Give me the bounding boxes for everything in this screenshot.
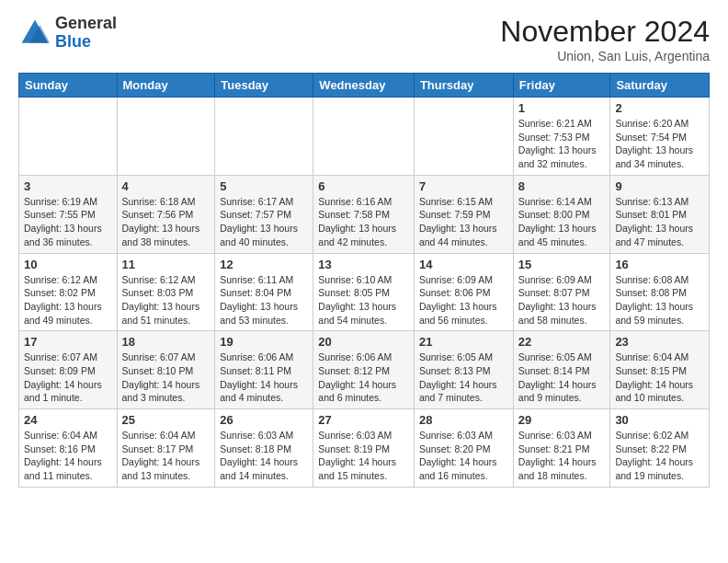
calendar-table: Sunday Monday Tuesday Wednesday Thursday… (18, 73, 710, 488)
week-row-4: 17Sunrise: 6:07 AM Sunset: 8:09 PM Dayli… (19, 331, 710, 409)
day-info-21: Sunrise: 6:05 AM Sunset: 8:13 PM Dayligh… (419, 350, 508, 405)
day-info-3: Sunrise: 6:19 AM Sunset: 7:55 PM Dayligh… (24, 195, 112, 249)
day-cell-1-2: 5Sunrise: 6:17 AM Sunset: 7:57 PM Daylig… (215, 175, 313, 253)
day-cell-0-3 (313, 98, 415, 176)
day-cell-0-1 (117, 98, 215, 176)
day-number-6: 6 (318, 179, 409, 193)
day-number-2: 2 (615, 101, 704, 115)
day-number-20: 20 (318, 335, 409, 349)
day-number-1: 1 (518, 101, 606, 115)
day-cell-4-1: 25Sunrise: 6:04 AM Sunset: 8:17 PM Dayli… (117, 409, 215, 488)
day-number-29: 29 (518, 413, 606, 427)
day-number-30: 30 (615, 413, 704, 427)
day-cell-4-4: 28Sunrise: 6:03 AM Sunset: 8:20 PM Dayli… (414, 409, 513, 488)
day-cell-3-6: 23Sunrise: 6:04 AM Sunset: 8:15 PM Dayli… (610, 331, 710, 409)
day-cell-1-0: 3Sunrise: 6:19 AM Sunset: 7:55 PM Daylig… (19, 175, 118, 253)
day-number-16: 16 (615, 258, 704, 271)
day-cell-0-4 (414, 98, 513, 176)
col-friday: Friday (513, 74, 610, 98)
day-number-13: 13 (318, 258, 409, 271)
day-info-2: Sunrise: 6:20 AM Sunset: 7:54 PM Dayligh… (615, 117, 704, 171)
day-cell-1-6: 9Sunrise: 6:13 AM Sunset: 8:01 PM Daylig… (610, 175, 710, 253)
day-cell-0-0 (19, 98, 118, 176)
day-cell-3-2: 19Sunrise: 6:06 AM Sunset: 8:11 PM Dayli… (215, 331, 313, 409)
day-cell-1-5: 8Sunrise: 6:14 AM Sunset: 8:00 PM Daylig… (513, 175, 610, 253)
logo-text: General Blue (55, 15, 117, 52)
day-number-11: 11 (122, 258, 210, 271)
location-subtitle: Union, San Luis, Argentina (500, 49, 710, 63)
day-info-6: Sunrise: 6:16 AM Sunset: 7:58 PM Dayligh… (318, 195, 409, 249)
day-info-8: Sunrise: 6:14 AM Sunset: 8:00 PM Dayligh… (518, 195, 606, 249)
logo-blue: Blue (55, 32, 91, 51)
col-wednesday: Wednesday (313, 74, 415, 98)
day-info-10: Sunrise: 6:12 AM Sunset: 8:02 PM Dayligh… (24, 273, 112, 327)
day-number-15: 15 (518, 258, 606, 271)
day-cell-4-2: 26Sunrise: 6:03 AM Sunset: 8:18 PM Dayli… (215, 409, 313, 488)
day-number-27: 27 (318, 413, 409, 427)
logo-general: General (55, 14, 117, 32)
day-cell-2-2: 12Sunrise: 6:11 AM Sunset: 8:04 PM Dayli… (215, 253, 313, 331)
col-monday: Monday (117, 74, 215, 98)
day-cell-3-3: 20Sunrise: 6:06 AM Sunset: 8:12 PM Dayli… (313, 331, 415, 409)
col-thursday: Thursday (414, 74, 513, 98)
day-cell-3-4: 21Sunrise: 6:05 AM Sunset: 8:13 PM Dayli… (414, 331, 513, 409)
day-info-27: Sunrise: 6:03 AM Sunset: 8:19 PM Dayligh… (318, 429, 409, 483)
day-cell-4-5: 29Sunrise: 6:03 AM Sunset: 8:21 PM Dayli… (513, 409, 610, 488)
week-row-2: 3Sunrise: 6:19 AM Sunset: 7:55 PM Daylig… (19, 175, 710, 253)
day-info-28: Sunrise: 6:03 AM Sunset: 8:20 PM Dayligh… (419, 429, 508, 483)
day-number-7: 7 (419, 179, 508, 193)
day-info-12: Sunrise: 6:11 AM Sunset: 8:04 PM Dayligh… (220, 273, 308, 327)
day-number-28: 28 (419, 413, 508, 427)
day-cell-2-1: 11Sunrise: 6:12 AM Sunset: 8:03 PM Dayli… (117, 253, 215, 331)
day-cell-2-3: 13Sunrise: 6:10 AM Sunset: 8:05 PM Dayli… (313, 253, 415, 331)
day-info-5: Sunrise: 6:17 AM Sunset: 7:57 PM Dayligh… (220, 195, 308, 249)
day-number-24: 24 (24, 413, 112, 427)
day-info-30: Sunrise: 6:02 AM Sunset: 8:22 PM Dayligh… (615, 429, 704, 483)
day-info-16: Sunrise: 6:08 AM Sunset: 8:08 PM Dayligh… (615, 273, 704, 327)
col-saturday: Saturday (610, 74, 710, 98)
day-cell-2-0: 10Sunrise: 6:12 AM Sunset: 8:02 PM Dayli… (19, 253, 118, 331)
day-info-14: Sunrise: 6:09 AM Sunset: 8:06 PM Dayligh… (419, 273, 508, 327)
day-info-15: Sunrise: 6:09 AM Sunset: 8:07 PM Dayligh… (518, 273, 606, 327)
day-number-25: 25 (122, 413, 210, 427)
logo: General Blue (18, 15, 117, 52)
day-info-11: Sunrise: 6:12 AM Sunset: 8:03 PM Dayligh… (122, 273, 210, 327)
day-info-1: Sunrise: 6:21 AM Sunset: 7:53 PM Dayligh… (518, 117, 606, 171)
day-info-29: Sunrise: 6:03 AM Sunset: 8:21 PM Dayligh… (518, 429, 606, 483)
title-block: November 2024 Union, San Luis, Argentina (500, 15, 710, 63)
day-number-10: 10 (24, 258, 112, 271)
day-number-8: 8 (518, 179, 606, 193)
week-row-5: 24Sunrise: 6:04 AM Sunset: 8:16 PM Dayli… (19, 409, 710, 488)
day-info-18: Sunrise: 6:07 AM Sunset: 8:10 PM Dayligh… (122, 350, 210, 405)
day-cell-4-6: 30Sunrise: 6:02 AM Sunset: 8:22 PM Dayli… (610, 409, 710, 488)
day-info-23: Sunrise: 6:04 AM Sunset: 8:15 PM Dayligh… (615, 350, 704, 405)
logo-icon (18, 17, 51, 50)
day-cell-0-2 (215, 98, 313, 176)
day-info-9: Sunrise: 6:13 AM Sunset: 8:01 PM Dayligh… (615, 195, 704, 249)
calendar-body: 1Sunrise: 6:21 AM Sunset: 7:53 PM Daylig… (19, 98, 710, 488)
day-number-23: 23 (615, 335, 704, 349)
page: General Blue November 2024 Union, San Lu… (0, 0, 728, 502)
day-info-24: Sunrise: 6:04 AM Sunset: 8:16 PM Dayligh… (24, 429, 112, 483)
day-number-21: 21 (419, 335, 508, 349)
day-number-26: 26 (220, 413, 308, 427)
day-cell-2-4: 14Sunrise: 6:09 AM Sunset: 8:06 PM Dayli… (414, 253, 513, 331)
col-tuesday: Tuesday (215, 74, 313, 98)
day-cell-1-1: 4Sunrise: 6:18 AM Sunset: 7:56 PM Daylig… (117, 175, 215, 253)
day-number-9: 9 (615, 179, 704, 193)
week-row-1: 1Sunrise: 6:21 AM Sunset: 7:53 PM Daylig… (19, 98, 710, 176)
day-cell-2-5: 15Sunrise: 6:09 AM Sunset: 8:07 PM Dayli… (513, 253, 610, 331)
day-info-7: Sunrise: 6:15 AM Sunset: 7:59 PM Dayligh… (419, 195, 508, 249)
day-number-19: 19 (220, 335, 308, 349)
day-info-19: Sunrise: 6:06 AM Sunset: 8:11 PM Dayligh… (220, 350, 308, 405)
week-row-3: 10Sunrise: 6:12 AM Sunset: 8:02 PM Dayli… (19, 253, 710, 331)
day-cell-0-6: 2Sunrise: 6:20 AM Sunset: 7:54 PM Daylig… (610, 98, 710, 176)
day-info-17: Sunrise: 6:07 AM Sunset: 8:09 PM Dayligh… (24, 350, 112, 405)
header: General Blue November 2024 Union, San Lu… (18, 15, 710, 63)
day-number-17: 17 (24, 335, 112, 349)
day-cell-1-4: 7Sunrise: 6:15 AM Sunset: 7:59 PM Daylig… (414, 175, 513, 253)
day-cell-4-0: 24Sunrise: 6:04 AM Sunset: 8:16 PM Dayli… (19, 409, 118, 488)
day-info-22: Sunrise: 6:05 AM Sunset: 8:14 PM Dayligh… (518, 350, 606, 405)
day-info-20: Sunrise: 6:06 AM Sunset: 8:12 PM Dayligh… (318, 350, 409, 405)
day-number-3: 3 (24, 179, 112, 193)
